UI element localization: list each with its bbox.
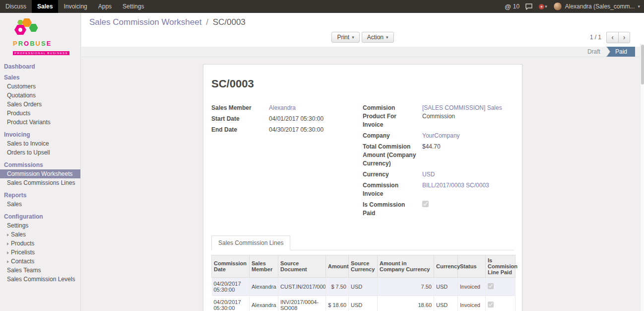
tab-sales-commission-lines[interactable]: Sales Commission Lines	[211, 235, 290, 250]
breadcrumb-parent-link[interactable]: Sales Commission Worksheet	[89, 17, 201, 27]
form-sheet: SC/0003 Sales Member Alexandra Start Dat…	[203, 64, 522, 311]
commission-invoice-value-link[interactable]: BILL/2017/0003 SC/0003	[422, 182, 489, 189]
print-button-label: Print	[337, 34, 349, 41]
control-panel: Sales Commission Worksheet / SC/0003 Pri…	[81, 13, 644, 47]
company-value-link[interactable]: YourCompany	[422, 132, 460, 139]
breadcrumb-separator: /	[206, 17, 208, 27]
sidebar-item-sales-to-invoice[interactable]: Sales to Invoice	[0, 139, 80, 148]
mentions-counter[interactable]: @ 10	[505, 3, 519, 10]
sidebar-item-product-variants[interactable]: Product Variants	[0, 118, 80, 127]
sidebar-item-orders-to-upsell[interactable]: Orders to Upsell	[0, 148, 80, 157]
topbar-menus: Discuss Sales Invoicing Apps Settings	[0, 0, 149, 13]
topbar-menu-sales[interactable]: Sales	[32, 0, 58, 13]
currency-value-link[interactable]: USD	[422, 171, 435, 178]
pager-value: 1 / 1	[590, 34, 601, 41]
caret-down-icon: ▾	[545, 4, 547, 9]
col-header-status[interactable]: Status	[458, 255, 486, 278]
commission-product-value-link[interactable]: [SALES COMMISSION] Sales	[422, 104, 502, 111]
logo-tagline: PROFESSIONAL BUSINESS	[13, 51, 69, 55]
sidebar-item-quotations[interactable]: Quotations	[0, 91, 80, 100]
col-header-source-document[interactable]: Source Document	[278, 255, 326, 278]
action-button[interactable]: Action ▾	[362, 32, 394, 43]
line-paid-checkbox	[488, 302, 494, 308]
cell-commission-date: 04/20/2017 05:30:00	[212, 296, 250, 311]
sidebar-item-config-contacts[interactable]: Contacts	[0, 257, 80, 266]
toolbar: Print ▾ Action ▾ 1 / 1 ‹ ›	[89, 31, 636, 43]
sidebar-heading-dashboard[interactable]: Dashboard	[0, 62, 80, 71]
status-step-paid[interactable]: Paid	[606, 47, 635, 57]
topbar-menu-apps[interactable]: Apps	[93, 0, 117, 13]
table-row[interactable]: 04/20/2017 05:30:00 Alexandra INV/2017/0…	[212, 296, 515, 311]
is-commission-paid-label: Is Commission Paid	[363, 201, 422, 218]
sidebar-heading-configuration[interactable]: Configuration	[0, 212, 80, 221]
sidebar-heading-reports[interactable]: Reports	[0, 191, 80, 200]
sidebar-item-config-products[interactable]: Products	[0, 239, 80, 248]
topbar-menu-invoicing[interactable]: Invoicing	[58, 0, 92, 13]
field-group-right: Commision Product For Invoice [SALES COM…	[363, 104, 514, 220]
col-header-commission-date[interactable]: Commission Date	[212, 255, 250, 278]
table-header-row: Commission Date Sales Member Source Docu…	[212, 255, 515, 278]
cell-source-document: CUST.IN/2017/0001	[278, 278, 326, 296]
col-header-source-currency[interactable]: Source Currency	[349, 255, 378, 278]
company-label: Company	[363, 132, 422, 140]
sidebar-item-sales-teams[interactable]: Sales Teams	[0, 266, 80, 275]
field-groups: Sales Member Alexandra Start Date 04/01/…	[211, 104, 514, 220]
field-group-left: Sales Member Alexandra Start Date 04/01/…	[211, 104, 363, 220]
print-button[interactable]: Print ▾	[331, 32, 359, 43]
topbar-menu-settings[interactable]: Settings	[117, 0, 149, 13]
total-commission-amount-value: $44.70	[422, 143, 514, 168]
start-date-label: Start Date	[211, 115, 269, 123]
table-row[interactable]: 04/20/2017 05:30:00 Alexandra CUST.IN/20…	[212, 278, 515, 296]
status-step-draft[interactable]: Draft	[581, 47, 606, 57]
cell-line-paid	[486, 296, 515, 311]
avatar	[553, 2, 562, 11]
col-header-amount[interactable]: Amount	[326, 255, 349, 278]
commission-invoice-label: Commission Invoice	[363, 181, 422, 198]
action-button-label: Action	[367, 34, 384, 41]
caret-down-icon: ▾	[386, 35, 388, 40]
messages-icon[interactable]	[525, 3, 532, 10]
sidebar-item-label: Sales	[11, 231, 26, 238]
user-menu[interactable]: Alexandra (Sales_comm... ▾	[553, 2, 640, 11]
vertical-scrollbar[interactable]	[640, 44, 644, 311]
topbar-systray: @ 10 ▾ Alexandra (Sales_comm... ▾	[505, 0, 644, 13]
logo-letter: S	[41, 40, 47, 47]
sidebar-item-config-sales[interactable]: Sales	[0, 230, 80, 239]
sidebar-item-sales-commission-levels[interactable]: Sales Commission Levels	[0, 275, 80, 284]
sidebar-item-sales-commissions-lines[interactable]: Sales Commissions Lines	[0, 178, 80, 187]
sidebar-item-config-pricelists[interactable]: Pricelists	[0, 248, 80, 257]
pager-next-button[interactable]: ›	[618, 32, 630, 43]
cell-company-amount: 7.50	[378, 278, 434, 296]
cell-amount: $ 18.60	[326, 296, 349, 311]
commission-product-label: Commision Product For Invoice	[363, 104, 422, 129]
cell-currency: USD	[434, 296, 458, 311]
sales-member-value-link[interactable]: Alexandra	[269, 104, 296, 111]
expand-icon	[7, 251, 9, 254]
sidebar-item-sales-orders[interactable]: Sales Orders	[0, 100, 80, 109]
sidebar-heading-invoicing[interactable]: Invoicing	[0, 130, 80, 139]
col-header-company-amount[interactable]: Amount in Company Currency	[378, 255, 434, 278]
cell-line-paid	[486, 278, 515, 296]
debug-menu[interactable]: ▾	[538, 3, 547, 10]
sidebar-item-settings[interactable]: Settings	[0, 221, 80, 230]
scrollbar-thumb[interactable]	[641, 45, 644, 84]
col-header-line-paid[interactable]: Is Commision Line Paid	[486, 255, 515, 278]
sidebar-heading-sales[interactable]: Sales	[0, 73, 80, 82]
cell-source-currency: USD	[349, 296, 378, 311]
sidebar-heading-commissions[interactable]: Commissions	[0, 160, 80, 169]
cell-sales-member: Alexandra	[250, 278, 278, 296]
sidebar-item-customers[interactable]: Customers	[0, 82, 80, 91]
sidebar-item-reports-sales[interactable]: Sales	[0, 200, 80, 209]
expand-icon	[7, 233, 9, 236]
col-header-currency[interactable]: Currency	[434, 255, 458, 278]
pager-previous-button[interactable]: ‹	[606, 32, 618, 43]
cell-currency: USD	[434, 278, 458, 296]
sidebar-item-commission-worksheets[interactable]: Commission Worksheets	[0, 169, 80, 178]
topbar-menu-discuss[interactable]: Discuss	[0, 0, 32, 13]
caret-down-icon: ▾	[352, 35, 354, 40]
sidebar-item-products[interactable]: Products	[0, 109, 80, 118]
app-window: Discuss Sales Invoicing Apps Settings @ …	[0, 0, 644, 311]
app-logo[interactable]: PROBUSE PROFESSIONAL BUSINESS	[0, 13, 80, 60]
col-header-sales-member[interactable]: Sales Member	[250, 255, 278, 278]
mention-count: 10	[513, 3, 519, 10]
